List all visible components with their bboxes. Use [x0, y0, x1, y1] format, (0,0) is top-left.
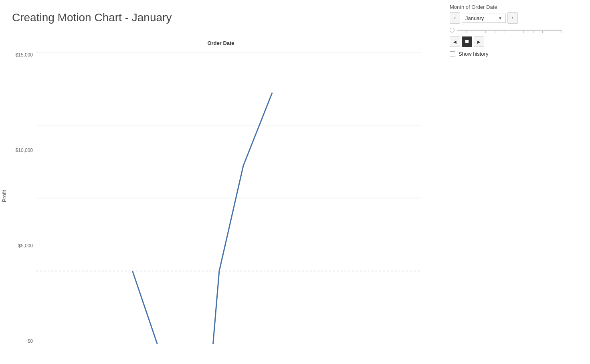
tick — [562, 31, 562, 33]
tick — [485, 31, 486, 33]
tick — [495, 31, 495, 33]
playback-prev-button[interactable]: ◀ — [450, 36, 460, 47]
month-dropdown[interactable]: January ▼ — [462, 14, 506, 23]
next-month-button[interactable]: › — [507, 12, 518, 24]
tick — [505, 31, 505, 33]
playback-controls: ◀ ▶ — [450, 36, 562, 47]
playback-stop-button[interactable] — [462, 36, 472, 47]
y-axis-labels: $15,000 $10,000 $5,000 $0 — [12, 52, 36, 344]
chart-line-2 — [200, 93, 272, 344]
tick — [552, 31, 552, 33]
chart-line-1 — [133, 271, 200, 344]
slider-container — [450, 28, 562, 32]
tick — [476, 31, 476, 33]
tick — [467, 31, 467, 33]
month-value: January — [465, 15, 484, 21]
show-history-label: Show history — [459, 51, 488, 57]
slider-thumb[interactable] — [450, 28, 455, 32]
show-history-checkbox[interactable] — [450, 51, 455, 57]
chart-svg-element — [36, 52, 422, 344]
tick — [542, 31, 543, 33]
page-title: Creating Motion Chart - January — [12, 11, 172, 24]
tick — [533, 31, 533, 33]
y-label-10000: $10,000 — [16, 148, 33, 153]
month-selector: ‹ January ▼ › — [450, 12, 562, 24]
stop-icon — [465, 40, 469, 43]
chart-area: Order Date Profit $15,000 $10,000 $5,000… — [12, 40, 430, 352]
y-label-5000: $5,000 — [18, 243, 33, 249]
playback-next-button[interactable]: ▶ — [474, 36, 484, 47]
tick — [523, 31, 524, 33]
y-label-0: $0 — [28, 338, 33, 344]
control-panel: Month of Order Date ‹ January ▼ › — [450, 4, 562, 57]
dropdown-arrow-icon: ▼ — [498, 16, 502, 20]
slider-track[interactable] — [457, 30, 562, 31]
x-axis-label: Order Date — [207, 40, 234, 46]
tick — [514, 31, 514, 33]
y-label-15000: $15,000 — [16, 52, 33, 58]
tick — [457, 31, 457, 33]
chart-svg — [36, 52, 422, 344]
month-label: Month of Order Date — [450, 4, 562, 10]
prev-month-button[interactable]: ‹ — [450, 12, 460, 24]
y-axis-label: Profit — [1, 190, 7, 202]
show-history: Show history — [450, 51, 562, 57]
